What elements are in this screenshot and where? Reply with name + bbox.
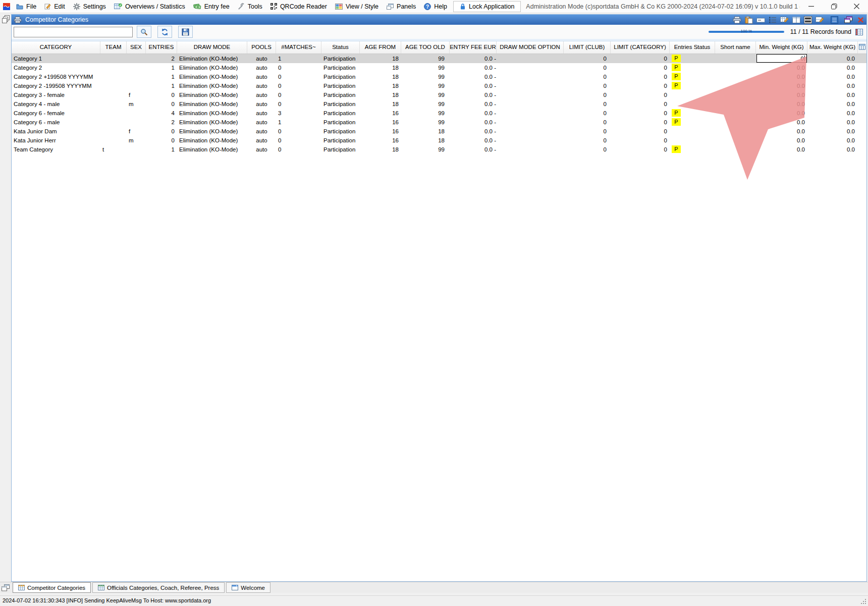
cell-limit-club[interactable]: 0 (564, 72, 611, 81)
cell-category[interactable]: Category 2 -199508 YYYYMM (12, 81, 100, 90)
table-row[interactable]: Kata Junior Damf0Elimination (KO-Mode)au… (12, 127, 866, 136)
column-header-draw-mode-option[interactable]: DRAW MODE OPTION (497, 41, 564, 54)
save-button[interactable] (178, 26, 193, 38)
cell-limit-category[interactable]: 0 (611, 90, 670, 99)
cell-pools[interactable]: auto (247, 81, 276, 90)
cell-short-name[interactable] (715, 90, 756, 99)
cell-team[interactable]: t (100, 145, 127, 154)
cell-draw-mode-option[interactable] (497, 136, 564, 145)
cell-pools[interactable]: auto (247, 127, 276, 136)
minimize-button[interactable] (800, 0, 823, 13)
cell-age-from[interactable]: 16 (360, 118, 401, 127)
tab-welcome[interactable]: Welcome (226, 582, 270, 593)
cell-age-too-old[interactable]: 99 (401, 72, 450, 81)
cell-draw-mode[interactable]: Elimination (KO-Mode) (177, 72, 247, 81)
menu-overviews-statistics[interactable]: Overviews / Statistics (110, 0, 189, 13)
cell-sex[interactable] (127, 109, 146, 118)
cell-entries[interactable]: 2 (146, 118, 177, 127)
cell-entries-status[interactable]: P (670, 72, 715, 81)
cell-status[interactable]: Participation (321, 136, 360, 145)
cell-max-weight[interactable]: 0.0 (807, 90, 858, 99)
cell-max-weight[interactable]: 0.0 (807, 136, 858, 145)
cell-short-name[interactable] (715, 127, 756, 136)
cell-pools[interactable]: auto (247, 63, 276, 72)
cell-limit-club[interactable]: 0 (564, 81, 611, 90)
cell-min-weight[interactable]: 0.0 (756, 118, 807, 127)
cell-max-weight[interactable]: 0.0 (807, 109, 858, 118)
cell-entries-status[interactable]: P (670, 63, 715, 72)
cell-limit-category[interactable]: 0 (611, 118, 670, 127)
column-header-draw-mode[interactable]: DRAW MODE (177, 41, 247, 54)
cell-matches[interactable]: 0 (276, 136, 321, 145)
cell-draw-mode-option[interactable] (497, 54, 564, 63)
cell-draw-mode[interactable]: Elimination (KO-Mode) (177, 136, 247, 145)
cell-draw-mode[interactable]: Elimination (KO-Mode) (177, 81, 247, 90)
cell-max-weight[interactable]: 0.0 (807, 127, 858, 136)
cell-category[interactable]: Category 2 +199508 YYYYMM (12, 72, 100, 81)
cell-draw-mode[interactable]: Elimination (KO-Mode) (177, 90, 247, 99)
cell-entries-status[interactable] (670, 99, 715, 109)
menu-qrcode-reader[interactable]: QRCode Reader (266, 0, 331, 13)
cell-entry-fee[interactable]: 0.0 - (450, 54, 497, 63)
column-header-short-name[interactable]: Short name (715, 41, 756, 54)
cell-sex[interactable] (127, 81, 146, 90)
cell-limit-category[interactable]: 0 (611, 54, 670, 63)
cell-sex[interactable] (127, 145, 146, 154)
table-row[interactable]: Category 2 +199508 YYYYMM1Elimination (K… (12, 72, 866, 81)
cell-min-weight[interactable]: 0.0 (756, 72, 807, 81)
menu-help[interactable]: ? Help (420, 0, 451, 13)
cell-entries-status[interactable] (670, 90, 715, 99)
edit-table-icon[interactable] (780, 16, 789, 24)
cell-matches[interactable]: 0 (276, 127, 321, 136)
cell-limit-club[interactable]: 0 (564, 99, 611, 109)
cell-category[interactable]: Category 6 - female (12, 109, 100, 118)
resize-grip[interactable] (860, 599, 867, 605)
cell-limit-category[interactable]: 0 (611, 109, 670, 118)
cell-pools[interactable]: auto (247, 118, 276, 127)
table-row[interactable]: Category 6 - female4Elimination (KO-Mode… (12, 109, 866, 118)
cell-matches[interactable]: 3 (276, 109, 321, 118)
cell-entries[interactable]: 1 (146, 81, 177, 90)
cell-team[interactable] (100, 136, 127, 145)
table-columns-icon[interactable] (792, 16, 800, 24)
tab-cascade-icon[interactable] (2, 584, 10, 591)
cell-limit-club[interactable]: 0 (564, 136, 611, 145)
cell-entry-fee[interactable]: 0.0 - (450, 81, 497, 90)
column-header-entries[interactable]: ENTRIES (146, 41, 177, 54)
cell-category[interactable]: Category 2 (12, 63, 100, 72)
cell-pools[interactable]: auto (247, 99, 276, 109)
column-header-pools[interactable]: POOLS (247, 41, 276, 54)
cell-entries[interactable]: 0 (146, 90, 177, 99)
cell-draw-mode-option[interactable] (497, 81, 564, 90)
cell-entries[interactable]: 0 (146, 136, 177, 145)
cell-draw-mode-option[interactable] (497, 145, 564, 154)
cell-min-weight[interactable]: 0.0 (756, 136, 807, 145)
column-header-limit-club[interactable]: LIMIT (CLUB) (564, 41, 611, 54)
cascade-windows-icon[interactable] (844, 16, 852, 23)
cell-entry-fee[interactable]: 0.0 - (450, 63, 497, 72)
list-icon[interactable] (831, 16, 838, 24)
cell-matches[interactable]: 0 (276, 90, 321, 99)
edit-rows-icon[interactable] (816, 16, 824, 24)
menu-settings[interactable]: Settings (69, 0, 110, 13)
cell-entry-fee[interactable]: 0.0 - (450, 72, 497, 81)
cell-limit-club[interactable]: 0 (564, 63, 611, 72)
column-header-age-too-old[interactable]: AGE TOO OLD (401, 41, 450, 54)
cell-limit-category[interactable]: 0 (611, 72, 670, 81)
cell-age-from[interactable]: 16 (360, 127, 401, 136)
column-header-category[interactable]: CATEGORY (12, 41, 100, 54)
tab-competitor-categories[interactable]: Competitor Categories (13, 582, 91, 593)
paste-icon[interactable] (745, 16, 753, 24)
cell-draw-mode-option[interactable] (497, 72, 564, 81)
cell-status[interactable]: Participation (321, 127, 360, 136)
cell-max-weight[interactable]: 0.0 (807, 54, 858, 63)
cell-min-weight[interactable]: 0.0 (756, 109, 807, 118)
cell-draw-mode[interactable]: Elimination (KO-Mode) (177, 109, 247, 118)
cell-status[interactable]: Participation (321, 109, 360, 118)
cell-entries-status[interactable] (670, 136, 715, 145)
cell-limit-club[interactable]: 0 (564, 127, 611, 136)
cell-max-weight[interactable]: 0.0 (807, 81, 858, 90)
cell-sex[interactable] (127, 72, 146, 81)
table-config-icon[interactable] (855, 29, 863, 35)
table-row[interactable]: Category 2 -199508 YYYYMM1Elimination (K… (12, 81, 866, 90)
